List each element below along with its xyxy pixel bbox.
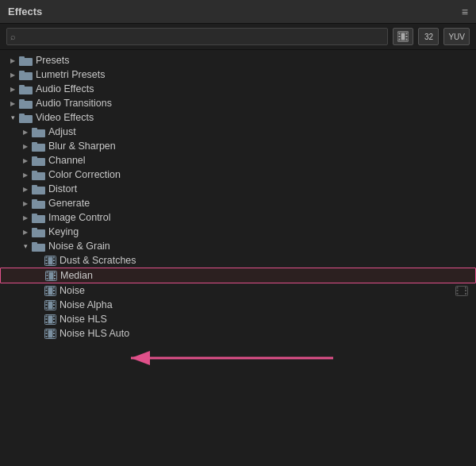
effects-tree: ▶ Presets▶ Lumetri Presets▶ Audio Effect… [0, 50, 476, 466]
svg-rect-2 [399, 36, 401, 37]
folder-icon-keying [32, 227, 45, 237]
svg-rect-15 [19, 99, 25, 102]
svg-rect-22 [32, 158, 45, 166]
tree-item-noise[interactable]: Noise [0, 283, 476, 298]
tree-arrow-channel: ▶ [19, 157, 32, 164]
effect-icon-noise-alpha [44, 300, 56, 310]
tree-label-dust-scratches: Dust & Scratches [60, 255, 136, 266]
tree-label-adjust: Adjust [48, 126, 76, 137]
panel-content: ▶ Presets▶ Lumetri Presets▶ Audio Effect… [0, 50, 476, 466]
search-container: ⌕ [6, 28, 388, 45]
svg-rect-71 [53, 301, 55, 302]
svg-rect-54 [46, 290, 48, 291]
tree-label-audio-effects: Audio Effects [36, 83, 94, 94]
effect-icon-noise-hls-auto [44, 329, 56, 339]
svg-rect-32 [32, 229, 45, 237]
folder-icon-adjust [32, 127, 45, 137]
svg-rect-84 [46, 329, 48, 331]
svg-rect-7 [401, 33, 405, 40]
svg-rect-79 [53, 315, 55, 317]
svg-rect-65 [465, 290, 466, 291]
32bit-button[interactable]: 32 [418, 28, 439, 45]
menu-icon[interactable]: ≡ [462, 6, 468, 18]
tree-item-video-effects[interactable]: ▾ Video Effects [0, 110, 476, 125]
search-icon: ⌕ [10, 32, 16, 41]
folder-icon-noise-grain [32, 241, 45, 252]
tree-item-audio-effects[interactable]: ▶ Audio Effects [0, 82, 476, 96]
effect-icon-noise-hls [44, 314, 56, 325]
tree-label-presets: Presets [36, 55, 69, 66]
folder-icon-image-control [32, 213, 45, 223]
svg-rect-59 [48, 287, 53, 295]
folder-icon-channel [32, 156, 45, 166]
svg-rect-47 [47, 278, 48, 279]
svg-rect-39 [46, 263, 48, 264]
svg-rect-3 [399, 39, 401, 40]
svg-rect-27 [32, 185, 37, 187]
tree-item-median[interactable]: Median [0, 268, 476, 283]
tree-item-adjust[interactable]: ▶ Adjust [0, 125, 476, 139]
tree-label-channel: Channel [48, 155, 86, 166]
tree-label-keying: Keying [48, 226, 79, 237]
svg-rect-72 [53, 304, 55, 306]
svg-rect-30 [32, 215, 45, 223]
tree-item-noise-alpha[interactable]: Noise Alpha [0, 298, 476, 312]
svg-rect-14 [19, 101, 33, 109]
tree-item-presets[interactable]: ▶ Presets [0, 53, 476, 67]
svg-rect-73 [53, 307, 55, 309]
tree-item-dust-scratches[interactable]: Dust & Scratches [0, 253, 476, 268]
svg-rect-62 [457, 290, 459, 291]
search-input[interactable] [6, 28, 388, 45]
tree-item-generate[interactable]: ▶ Generate [0, 196, 476, 210]
folder-icon-presets [19, 56, 33, 66]
folder-icon-color-correction [32, 170, 45, 180]
tree-label-noise: Noise [60, 285, 85, 296]
tree-item-channel[interactable]: ▶ Channel [0, 153, 476, 168]
accelerated-badge-noise [455, 286, 468, 296]
tree-label-image-control: Image Control [48, 212, 111, 223]
tree-arrow-color-correction: ▶ [19, 171, 32, 179]
svg-rect-56 [53, 287, 55, 288]
svg-rect-89 [53, 336, 55, 337]
svg-rect-76 [46, 315, 48, 317]
tree-item-noise-grain[interactable]: ▾ Noise & Grain [0, 239, 476, 253]
folder-icon-audio-effects [19, 84, 33, 94]
svg-rect-1 [399, 33, 401, 35]
tree-arrow-audio-transitions: ▶ [6, 100, 19, 107]
tree-item-noise-hls-auto[interactable]: Noise HLS Auto [0, 326, 476, 341]
film-button[interactable] [393, 28, 413, 45]
tree-label-noise-alpha: Noise Alpha [60, 299, 113, 310]
svg-rect-51 [49, 272, 54, 279]
svg-rect-58 [53, 293, 55, 295]
tree-item-color-correction[interactable]: ▶ Color Correction [0, 168, 476, 182]
svg-rect-18 [32, 129, 45, 137]
svg-rect-9 [19, 56, 25, 59]
svg-rect-6 [406, 39, 408, 40]
svg-rect-86 [46, 336, 48, 337]
svg-rect-24 [32, 172, 45, 180]
tree-label-color-correction: Color Correction [48, 169, 121, 180]
svg-rect-85 [46, 333, 48, 334]
svg-rect-25 [32, 171, 37, 173]
tree-arrow-lumetri-presets: ▶ [6, 71, 19, 79]
tree-arrow-audio-effects: ▶ [6, 86, 19, 93]
yuv-button[interactable]: YUV [443, 28, 470, 45]
tree-item-lumetri-presets[interactable]: ▶ Lumetri Presets [0, 67, 476, 82]
folder-icon-lumetri-presets [19, 70, 33, 80]
svg-rect-4 [406, 33, 408, 35]
tree-item-noise-hls[interactable]: Noise HLS [0, 312, 476, 326]
effect-icon-dust-scratches [44, 256, 56, 266]
tree-arrow-presets: ▶ [6, 57, 19, 64]
tree-item-image-control[interactable]: ▶ Image Control [0, 210, 476, 225]
tree-label-noise-hls: Noise HLS [60, 314, 107, 325]
svg-rect-19 [32, 128, 37, 130]
svg-rect-50 [54, 278, 56, 279]
tree-item-keying[interactable]: ▶ Keying [0, 225, 476, 239]
svg-rect-90 [48, 329, 53, 337]
svg-rect-41 [53, 260, 55, 261]
tree-label-lumetri-presets: Lumetri Presets [36, 69, 106, 80]
svg-rect-87 [53, 329, 55, 331]
tree-item-blur-sharpen[interactable]: ▶ Blur & Sharpen [0, 139, 476, 153]
tree-item-distort[interactable]: ▶ Distort [0, 182, 476, 196]
tree-item-audio-transitions[interactable]: ▶ Audio Transitions [0, 96, 476, 110]
